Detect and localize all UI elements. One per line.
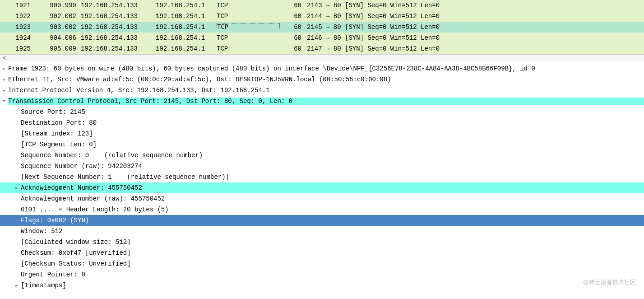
arrow-none xyxy=(13,250,21,256)
arrow-none xyxy=(13,131,21,136)
expand-icon[interactable] xyxy=(13,218,21,223)
col-source: 192.168.254.133 xyxy=(79,13,156,20)
scroll-left-icon: < xyxy=(3,55,6,62)
tree-label: Source Port: 2145 xyxy=(21,108,644,116)
tree-calculated-window[interactable]: [Calculated window size: 512] xyxy=(0,237,644,248)
arrow-none xyxy=(13,207,21,212)
tree-label: 0101 .... = Header Length: 20 bytes (5) xyxy=(21,206,644,213)
tree-stream-index[interactable]: [Stream index: 123] xyxy=(0,128,644,139)
col-info: 2144 → 80 [SYN] Seq=0 Win=512 Len=0 xyxy=(307,13,644,20)
col-destination: 192.168.254.1 xyxy=(156,45,217,52)
col-destination: 192.168.254.1 xyxy=(156,13,217,20)
packet-row[interactable]: 1924 904.006 192.168.254.133 192.168.254… xyxy=(0,33,644,43)
tree-sequence-number-raw[interactable]: Sequence Number (raw): 942203274 xyxy=(0,161,644,172)
expand-icon[interactable] xyxy=(0,66,8,71)
col-protocol: TCP xyxy=(217,2,280,9)
col-source: 192.168.254.133 xyxy=(79,2,156,9)
tree-window[interactable]: Window: 512 xyxy=(0,226,644,237)
tree-label: [Stream index: 123] xyxy=(21,130,644,137)
tree-label: Acknowledgment Number: 455750452 xyxy=(21,184,644,192)
col-time: 905.009 xyxy=(36,45,79,52)
arrow-none xyxy=(13,174,21,180)
tree-label: [Calculated window size: 512] xyxy=(21,238,644,246)
col-destination: 192.168.254.1 xyxy=(156,2,217,9)
col-info: 2143 → 80 [SYN] Seq=0 Win=512 Len=0 xyxy=(307,2,644,9)
packet-row[interactable]: 1921 900.999 192.168.254.133 192.168.254… xyxy=(0,0,644,11)
col-no: 1922 xyxy=(0,13,36,20)
tree-label: Frame 1923: 60 bytes on wire (480 bits),… xyxy=(8,65,644,72)
tree-urgent-pointer[interactable]: Urgent Pointer: 0 xyxy=(0,269,644,280)
expand-icon[interactable] xyxy=(0,77,8,82)
packet-details-pane[interactable]: Frame 1923: 60 bytes on wire (480 bits),… xyxy=(0,61,644,291)
tree-label: Flags: 0x002 (SYN) xyxy=(21,217,644,224)
tree-label: Urgent Pointer: 0 xyxy=(21,271,644,278)
horizontal-scroll-indicator[interactable]: < xyxy=(0,54,644,61)
packet-row[interactable]: 1922 902.002 192.168.254.133 192.168.254… xyxy=(0,11,644,22)
tree-ack-number-raw[interactable]: Acknowledgment number (raw): 455750452 xyxy=(0,193,644,204)
expand-icon[interactable] xyxy=(0,88,8,93)
arrow-none xyxy=(13,261,21,266)
tree-label: Window: 512 xyxy=(21,228,644,235)
col-protocol: TCP xyxy=(217,23,280,31)
tree-label: [Timestamps] xyxy=(21,282,644,289)
col-time: 904.006 xyxy=(36,34,79,42)
tree-label: Destination Port: 80 xyxy=(21,119,644,126)
tree-header-length[interactable]: 0101 .... = Header Length: 20 bytes (5) xyxy=(0,204,644,215)
arrow-none xyxy=(13,229,21,234)
tree-segment-len[interactable]: [TCP Segment Len: 0] xyxy=(0,139,644,150)
packet-row[interactable]: 1925 905.009 192.168.254.133 192.168.254… xyxy=(0,43,644,54)
tree-checksum-status[interactable]: [Checksum Status: Unverified] xyxy=(0,258,644,269)
tree-label: [Next Sequence Number: 1 (relative seque… xyxy=(21,173,644,181)
tree-timestamps[interactable]: [Timestamps] xyxy=(0,280,644,291)
tree-next-sequence[interactable]: [Next Sequence Number: 1 (relative seque… xyxy=(0,172,644,182)
tree-checksum[interactable]: Checksum: 0xbf47 [unverified] xyxy=(0,248,644,258)
tree-frame[interactable]: Frame 1923: 60 bytes on wire (480 bits),… xyxy=(0,63,644,74)
col-source: 192.168.254.133 xyxy=(79,34,156,42)
col-source: 192.168.254.133 xyxy=(79,23,156,31)
collapse-icon[interactable] xyxy=(0,99,8,103)
arrow-none xyxy=(13,109,21,115)
tree-label: [Checksum Status: Unverified] xyxy=(21,260,644,267)
col-info: 2146 → 80 [SYN] Seq=0 Win=512 Len=0 xyxy=(307,34,644,42)
col-source: 192.168.254.133 xyxy=(79,45,156,52)
packet-row-selected[interactable]: 1923 903.002 192.168.254.133 192.168.254… xyxy=(0,22,644,33)
tree-flags[interactable]: Flags: 0x002 (SYN) xyxy=(0,215,644,226)
arrow-none xyxy=(13,272,21,277)
tree-destination-port[interactable]: Destination Port: 80 xyxy=(0,117,644,128)
arrow-none xyxy=(13,142,21,147)
col-length: 60 xyxy=(280,13,307,20)
expand-icon[interactable] xyxy=(13,186,21,191)
tree-tcp[interactable]: Transmission Control Protocol, Src Port:… xyxy=(0,96,644,107)
col-length: 60 xyxy=(280,23,307,31)
col-info: 2145 → 80 [SYN] Seq=0 Win=512 Len=0 xyxy=(307,23,644,31)
col-info: 2147 → 80 [SYN] Seq=0 Win=512 Len=0 xyxy=(307,45,644,52)
arrow-none xyxy=(13,196,21,201)
col-length: 60 xyxy=(280,45,307,52)
col-destination: 192.168.254.1 xyxy=(156,23,217,31)
arrow-none xyxy=(13,120,21,126)
col-destination: 192.168.254.1 xyxy=(156,34,217,42)
tree-label: Internet Protocol Version 4, Src: 192.16… xyxy=(8,87,644,94)
tree-ip[interactable]: Internet Protocol Version 4, Src: 192.16… xyxy=(0,85,644,96)
col-time: 902.002 xyxy=(36,13,79,20)
col-time: 900.999 xyxy=(36,2,79,9)
arrow-none xyxy=(13,153,21,158)
tree-label: Sequence Number (raw): 942203274 xyxy=(21,163,644,170)
expand-icon[interactable] xyxy=(13,283,21,288)
col-protocol: TCP xyxy=(217,13,280,20)
tree-ethernet[interactable]: Ethernet II, Src: VMware_ad:af:5c (00:0c… xyxy=(0,74,644,85)
col-length: 60 xyxy=(280,34,307,42)
tree-ack-number[interactable]: Acknowledgment Number: 455750452 xyxy=(0,182,644,193)
tree-source-port[interactable]: Source Port: 2145 xyxy=(0,107,644,117)
arrow-none xyxy=(13,164,21,169)
tree-label: Transmission Control Protocol, Src Port:… xyxy=(8,98,644,105)
col-time: 903.002 xyxy=(36,23,79,31)
col-no: 1925 xyxy=(0,45,36,52)
col-no: 1921 xyxy=(0,2,36,9)
col-protocol: TCP xyxy=(217,34,280,42)
col-protocol: TCP xyxy=(217,45,280,52)
col-no: 1923 xyxy=(0,23,36,31)
tree-sequence-number[interactable]: Sequence Number: 0 (relative sequence nu… xyxy=(0,150,644,161)
packet-list[interactable]: 1921 900.999 192.168.254.133 192.168.254… xyxy=(0,0,644,54)
col-length: 60 xyxy=(280,2,307,9)
